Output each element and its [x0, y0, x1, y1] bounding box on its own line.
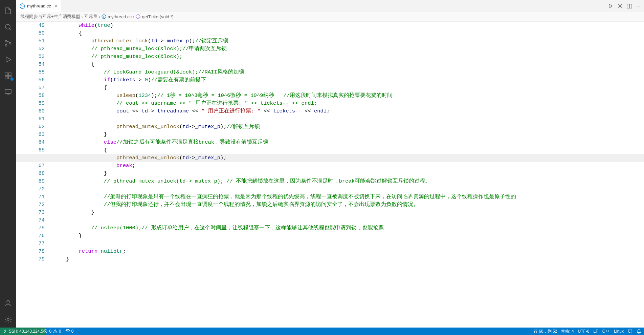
status-encoding[interactable]: UTF-8	[578, 329, 590, 334]
svg-text:C+: C+	[103, 16, 105, 18]
code-line[interactable]: }	[53, 170, 644, 177]
line-number: 53	[16, 53, 45, 61]
line-number: 67	[16, 162, 45, 170]
code-line[interactable]: // usleep(1000);// 形成订单给用户，在这个时间里，让线程阻塞一…	[53, 224, 644, 232]
code-line[interactable]: break;	[53, 162, 644, 170]
line-number: 72	[16, 201, 45, 209]
status-cursor[interactable]: 行 66，列 52	[534, 329, 557, 334]
code-line[interactable]: }	[53, 209, 644, 216]
cpp-file-icon: C+	[20, 3, 25, 9]
more-actions-icon[interactable]: ···	[636, 3, 641, 9]
activity-bar	[0, 0, 16, 328]
editor-gutter: 4950515253545556575859606162636465666768…	[16, 22, 53, 328]
editor[interactable]: 4950515253545556575859606162636465666768…	[16, 22, 644, 328]
status-bell-icon[interactable]	[637, 329, 641, 334]
explorer-icon[interactable]	[0, 3, 16, 19]
code-line[interactable]: cout << td->_threadname << " 用户正在进行抢票: "…	[53, 107, 644, 115]
status-ports[interactable]: 0	[65, 329, 74, 334]
code-line[interactable]: //蛋哥的打印现象是只有一个线程在一直疯狂的抢票，就是因为那个线程的优先级高，线…	[53, 193, 644, 201]
code-line[interactable]: return nullptr;	[53, 248, 644, 255]
search-icon[interactable]	[0, 19, 16, 35]
code-line[interactable]	[53, 240, 644, 248]
method-icon	[136, 14, 140, 19]
code-line[interactable]: // LockGuard lockguard(&lock);//RAII风格的加…	[53, 68, 644, 76]
svg-text:C+: C+	[21, 5, 24, 7]
breadcrumb-symbol[interactable]: getTicket(void *)	[136, 14, 173, 19]
svg-rect-5	[8, 73, 11, 76]
code-line[interactable]: // pthread_mutex_unlock(td->_mutex_p); /…	[53, 177, 644, 185]
line-number: 65	[16, 146, 45, 154]
remote-explorer-icon[interactable]	[0, 84, 16, 100]
code-line[interactable]: pthread_mutex_unlock(td->_mutex_p);//解锁互…	[53, 123, 644, 131]
code-line[interactable]: else//加锁之后有可能条件不满足直接break，导致没有解锁互斥锁	[53, 139, 644, 146]
code-line[interactable]	[53, 216, 644, 224]
code-line[interactable]: // pthread_mutex_lock(&lock);	[53, 53, 644, 61]
breadcrumb-folder-0[interactable]: 线程同步与互斥+生产消费模型	[20, 14, 80, 20]
editor-code[interactable]: while(true) { pthread_mutex_lock(td->_mu…	[53, 22, 644, 328]
split-editor-icon[interactable]	[627, 3, 632, 9]
code-line[interactable]	[53, 185, 644, 193]
line-number: 75	[16, 224, 45, 232]
code-line[interactable]: {	[53, 29, 644, 37]
status-problems[interactable]: 0 0	[43, 329, 61, 334]
svg-point-9	[7, 300, 9, 303]
svg-point-13	[619, 5, 621, 7]
code-line[interactable]: while(true)	[53, 22, 644, 29]
extensions-icon[interactable]	[0, 68, 16, 84]
line-number: 54	[16, 61, 45, 68]
tab-mythread[interactable]: C+ mythread.cc ×	[16, 0, 61, 12]
status-feedback-icon[interactable]	[628, 329, 632, 334]
code-line[interactable]: //但我的打印现象还行，并不会出现一直调度一个线程的情况，加锁之后确实临界资源的…	[53, 201, 644, 209]
code-line[interactable]: {	[53, 61, 644, 68]
line-number: 59	[16, 100, 45, 107]
svg-rect-17	[136, 14, 140, 19]
line-number: 63	[16, 131, 45, 139]
status-eol[interactable]: LF	[594, 329, 598, 334]
line-number: 61	[16, 115, 45, 123]
breadcrumb-file[interactable]: C+ mythread.cc	[102, 14, 132, 19]
line-number: 49	[16, 22, 45, 29]
line-number: 57	[16, 84, 45, 92]
extensions-badge	[10, 78, 14, 81]
code-line[interactable]: if(tickets > 0)//需要在有票的前提下	[53, 76, 644, 84]
code-line[interactable]: }	[53, 232, 644, 240]
svg-point-1	[5, 41, 7, 42]
breadcrumb-folder-1[interactable]: 互斥量	[84, 14, 97, 20]
account-icon[interactable]	[0, 295, 16, 311]
cpp-file-icon: C+	[102, 14, 106, 19]
line-number: 60	[16, 107, 45, 115]
tab-close-icon[interactable]: ×	[54, 3, 58, 9]
toolbar-settings-icon[interactable]	[617, 3, 623, 9]
code-line[interactable]: // pthread_mutex_lock(&lock);//申请两次互斥锁	[53, 45, 644, 53]
svg-point-0	[5, 24, 10, 29]
svg-point-19	[67, 331, 68, 332]
code-line[interactable]: {	[53, 84, 644, 92]
run-file-button[interactable]	[608, 3, 613, 9]
line-number: 64	[16, 139, 45, 146]
line-number: 76	[16, 232, 45, 240]
chevron-right-icon: ›	[99, 14, 100, 19]
settings-icon[interactable]	[0, 311, 16, 328]
status-os[interactable]: Linux	[614, 329, 624, 334]
status-spaces[interactable]: 空格: 4	[561, 329, 574, 334]
status-language[interactable]: C++	[602, 329, 610, 334]
run-debug-icon[interactable]	[0, 51, 16, 68]
code-line[interactable]: // cout << username << " 用户正在进行抢票: " << …	[53, 100, 644, 107]
svg-rect-6	[5, 76, 8, 79]
svg-point-10	[7, 318, 9, 320]
line-number: 71	[16, 193, 45, 201]
tab-label: mythread.cc	[27, 3, 51, 8]
code-line[interactable]: }	[53, 255, 644, 263]
status-remote[interactable]: SSH: 43.143.224.5	[0, 328, 46, 335]
code-line[interactable]: pthread_mutex_lock(td->_mutex_p);//锁定互斥锁	[53, 37, 644, 45]
source-control-icon[interactable]	[0, 35, 16, 51]
chevron-right-icon: ›	[133, 14, 134, 19]
svg-point-3	[9, 43, 11, 44]
line-number: 55	[16, 68, 45, 76]
code-line[interactable]	[53, 115, 644, 123]
code-line[interactable]: usleep(1234);// 1秒 = 10^3毫秒 = 10^6微秒 = 1…	[53, 92, 644, 100]
code-line[interactable]: }	[53, 131, 644, 139]
svg-rect-4	[5, 73, 8, 76]
status-bar: SSH: 43.143.224.5 0 0 0 行 66，列 52 空格: 4 …	[0, 328, 644, 335]
code-line[interactable]: {	[53, 146, 644, 154]
